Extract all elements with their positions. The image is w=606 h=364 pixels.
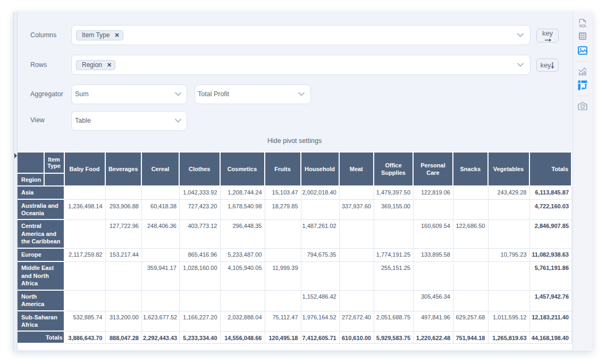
svg-text:SQL: SQL [579,23,587,28]
